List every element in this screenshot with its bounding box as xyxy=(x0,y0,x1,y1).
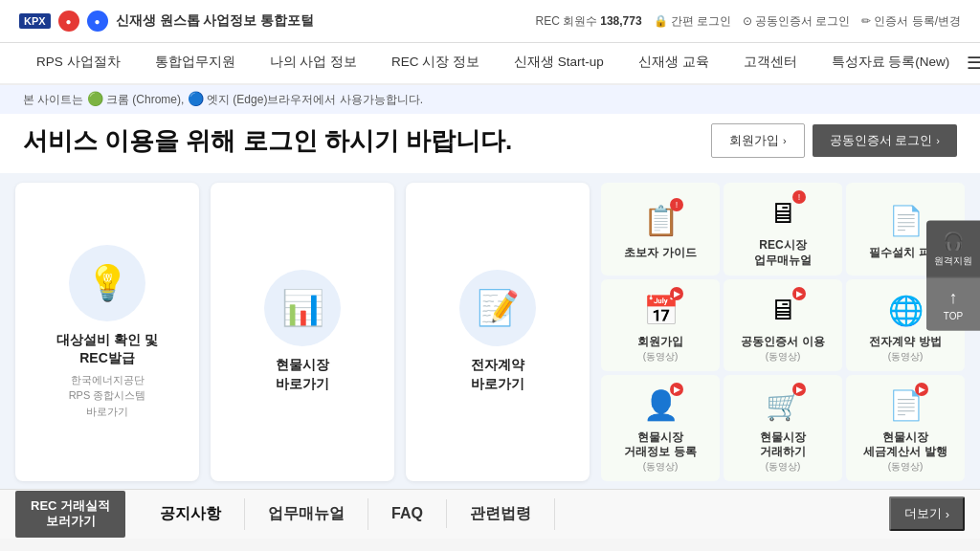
chevron-right-icon-cert: › xyxy=(936,135,940,146)
install-file-icon: 📄 xyxy=(888,204,924,237)
arrow-up-icon: ↑ xyxy=(949,288,958,308)
shortcut-circle-rec: 💡 xyxy=(69,245,145,321)
grid-beginner-guide[interactable]: 📋 ! 초보자 가이드 xyxy=(601,183,720,276)
shortcut-rec[interactable]: 💡 대상설비 확인 및REC발급 한국에너지공단RPS 종합시스템바로가기 xyxy=(15,183,199,481)
more-button[interactable]: 더보기 › xyxy=(889,496,965,531)
shortcut-contract[interactable]: 📝 전자계약바로가기 xyxy=(406,183,590,481)
badge-beginner: ! xyxy=(670,198,683,211)
badge-trading: ▶ xyxy=(792,383,806,396)
tab-manual[interactable]: 업무매뉴얼 xyxy=(245,498,368,530)
shortcuts-area: 💡 대상설비 확인 및REC발급 한국에너지공단RPS 종합시스템바로가기 📊 … xyxy=(15,183,590,481)
blue-logo: ● xyxy=(87,11,108,32)
content-area: 💡 대상설비 확인 및REC발급 한국에너지공단RPS 종합시스템바로가기 📊 … xyxy=(0,173,980,489)
signup-button[interactable]: 회원가입 › xyxy=(711,123,805,158)
shortcut-market[interactable]: 📊 현물시장바로가기 xyxy=(211,183,394,481)
grid-sub-contract: (동영상) xyxy=(888,350,924,364)
trading-icon-wrap: 🛒 ▶ xyxy=(762,385,804,427)
login-title: 서비스 이용을 위해 로그인 하시기 바랍니다. xyxy=(23,126,512,156)
top-button[interactable]: ↑ TOP xyxy=(926,278,980,331)
cert-register-link[interactable]: ✏ 인증서 등록/변경 xyxy=(861,13,961,30)
grid-sub-cert: (동영상) xyxy=(766,350,801,364)
site-title: 신재생 원스톱 사업정보 통합포털 xyxy=(116,12,315,30)
grid-label-trade-register: 현물시장거래정보 등록 xyxy=(624,430,696,460)
nav-item-integrated[interactable]: 통합업무지원 xyxy=(138,42,253,84)
hamburger-menu[interactable]: ☰ xyxy=(967,53,980,74)
tab-faq[interactable]: FAQ xyxy=(368,499,447,528)
grid-sub-trade-register: (동영상) xyxy=(643,460,679,474)
main-banner: 서비스 이용을 위해 로그인 하시기 바랍니다. 회원가입 › 공동인증서 로그… xyxy=(0,114,980,173)
nav-item-support[interactable]: 고객센터 xyxy=(726,42,814,84)
install-file-icon-wrap: 📄 xyxy=(884,200,926,242)
grid-label-cert: 공동인증서 이용 xyxy=(741,335,824,350)
beginner-guide-icon-wrap: 📋 ! xyxy=(639,200,681,242)
grid-signup-video[interactable]: 📅 ▶ 회원가입 (동영상) xyxy=(601,279,720,371)
chart-icon: 📊 xyxy=(281,288,324,328)
tab-notice[interactable]: 공지사항 xyxy=(137,498,245,530)
grid-rec-manual[interactable]: 🖥 ! REC시장업무매뉴얼 xyxy=(724,183,842,276)
bottom-tabs: 공지사항 업무매뉴얼 FAQ 관련법령 xyxy=(137,498,889,530)
nav-item-startup[interactable]: 신재생 Start-up xyxy=(497,42,621,84)
shortcut-label-market: 현물시장바로가기 xyxy=(276,356,329,393)
badge-rec-manual: ! xyxy=(792,190,806,204)
right-sidebar: 🎧 원격지원 ↑ TOP xyxy=(926,221,980,331)
cert-video-icon: 🖥 xyxy=(768,294,797,326)
tax-invoice-icon-wrap: 📄 ▶ xyxy=(884,385,926,427)
contract-icon: 📝 xyxy=(477,288,520,328)
login-title-area: 서비스 이용을 위해 로그인 하시기 바랍니다. xyxy=(23,124,512,156)
grid-label-rec-manual: REC시장업무매뉴얼 xyxy=(754,238,812,268)
right-grid: 📋 ! 초보자 가이드 🖥 ! REC시장업무매뉴얼 📄 필수설치 파일 📅 ▶ xyxy=(601,183,965,481)
shortcut-label-rec: 대상설비 확인 및REC발급 xyxy=(56,331,158,368)
chevron-more-icon: › xyxy=(946,507,949,521)
notice-text: 본 사이트는 🟢 크롬 (Chrome), 🔵 엣지 (Edge)브라우저에서 … xyxy=(23,91,423,108)
badge-cert: ▶ xyxy=(792,287,806,300)
browser-notice: 본 사이트는 🟢 크롬 (Chrome), 🔵 엣지 (Edge)브라우저에서 … xyxy=(0,85,980,114)
headset-icon: 🎧 xyxy=(943,231,964,252)
grid-cert-video[interactable]: 🖥 ▶ 공동인증서 이용 (동영상) xyxy=(724,279,842,371)
rec-manual-icon-wrap: 🖥 ! xyxy=(762,192,804,234)
nav-item-rps[interactable]: RPS 사업절차 xyxy=(19,42,138,84)
shortcut-sub-rec: 한국에너지공단RPS 종합시스템바로가기 xyxy=(69,372,146,420)
contract-video-icon: 🌐 xyxy=(888,294,924,327)
grid-trade-register[interactable]: 👤 ▶ 현물시장거래정보 등록 (동영상) xyxy=(601,375,720,481)
shortcut-label-contract: 전자계약바로가기 xyxy=(471,356,524,393)
badge-signup: ▶ xyxy=(670,287,683,300)
rec-count-label: REC 회원수 138,773 xyxy=(536,13,642,30)
trade-record-button[interactable]: REC 거래실적보러가기 xyxy=(15,491,125,539)
shortcut-circle-market: 📊 xyxy=(264,270,341,346)
grid-label-signup: 회원가입 xyxy=(637,335,683,350)
signup-video-icon-wrap: 📅 ▶ xyxy=(639,289,681,331)
nav-item-rec-market[interactable]: REC 시장 정보 xyxy=(374,42,497,84)
header: KPX ● ● 신재생 원스톱 사업정보 통합포털 REC 회원수 138,77… xyxy=(0,0,980,43)
cert-login-link[interactable]: ⊙ 공동인증서 로그인 xyxy=(743,13,850,30)
lightbulb-icon: 💡 xyxy=(86,263,129,303)
logo-area: KPX ● ● 신재생 원스톱 사업정보 통합포털 xyxy=(19,11,314,32)
grid-trading[interactable]: 🛒 ▶ 현물시장거래하기 (동영상) xyxy=(724,375,842,481)
grid-sub-signup: (동영상) xyxy=(643,350,679,364)
bottom-bar: REC 거래실적보러가기 공지사항 업무매뉴얼 FAQ 관련법령 더보기 › xyxy=(0,489,980,539)
tab-law[interactable]: 관련법령 xyxy=(447,498,555,530)
contract-video-icon-wrap: 🌐 xyxy=(884,289,926,331)
red-logo: ● xyxy=(58,11,79,32)
badge-trade-register: ▶ xyxy=(670,383,683,396)
grid-tax-invoice[interactable]: 📄 ▶ 현물시장세금계산서 발행 (동영상) xyxy=(846,375,965,481)
grid-label-trading: 현물시장거래하기 xyxy=(760,430,806,460)
nav-item-special[interactable]: 특성자료 등록(New) xyxy=(814,42,968,84)
grid-sub-tax: (동영상) xyxy=(888,460,924,474)
rec-manual-icon: 🖥 xyxy=(768,197,797,230)
nav-item-my-business[interactable]: 나의 사업 정보 xyxy=(253,42,375,84)
grid-sub-trading: (동영상) xyxy=(766,460,801,474)
login-buttons: 회원가입 › 공동인증서 로그인 › xyxy=(711,123,957,158)
grid-label-tax: 현물시장세금계산서 발행 xyxy=(863,430,947,460)
grid-label-contract-video: 전자계약 방법 xyxy=(869,335,941,350)
cert-video-icon-wrap: 🖥 ▶ xyxy=(762,289,804,331)
badge-tax: ▶ xyxy=(915,383,928,396)
nav: RPS 사업절차 통합업무지원 나의 사업 정보 REC 시장 정보 신재생 S… xyxy=(0,43,980,85)
shortcut-circle-contract: 📝 xyxy=(459,270,536,346)
kpx-logo: KPX xyxy=(19,13,51,29)
rec-count-value: 138,773 xyxy=(600,14,641,28)
cert-login-button[interactable]: 공동인증서 로그인 › xyxy=(813,124,957,157)
nav-item-education[interactable]: 신재생 교육 xyxy=(621,42,726,84)
simple-login-link[interactable]: 🔒 간편 로그인 xyxy=(654,13,731,30)
remote-support-button[interactable]: 🎧 원격지원 xyxy=(926,221,980,278)
grid-label-beginner: 초보자 가이드 xyxy=(624,246,696,261)
